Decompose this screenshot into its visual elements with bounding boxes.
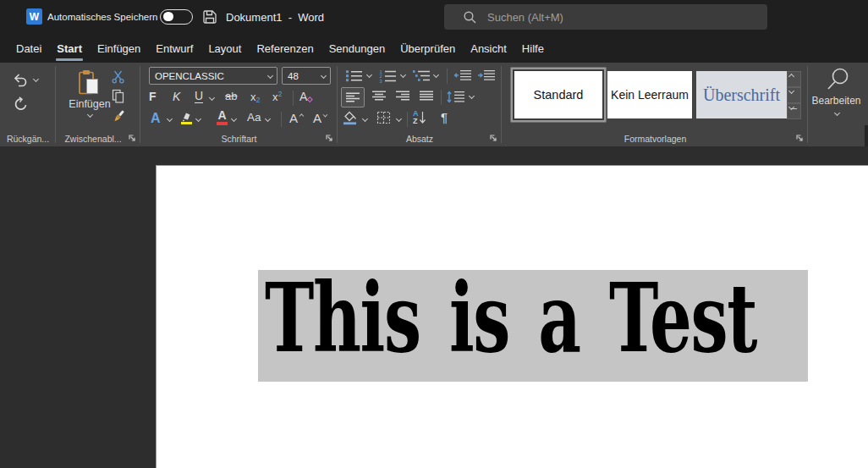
sort-button[interactable]: A Z: [413, 110, 426, 125]
style-kein-leerraum[interactable]: Kein Leerraum: [607, 71, 692, 118]
line-spacing-icon: [447, 91, 465, 103]
styles-group-label: Formatvorlagen: [503, 134, 808, 144]
superscript-button[interactable]: x2: [272, 90, 283, 104]
multilevel-list-chevron[interactable]: [432, 72, 439, 79]
numbered-list-button[interactable]: 1 2 3: [379, 69, 397, 83]
document-page[interactable]: This is a Test: [156, 165, 868, 468]
save-icon[interactable]: [202, 9, 217, 25]
bullet-list-button[interactable]: [345, 69, 363, 82]
autosave-toggle[interactable]: [160, 9, 193, 25]
paragraph-dialog-launcher[interactable]: [488, 133, 497, 142]
find-icon: [825, 68, 850, 91]
text-effects-button[interactable]: A: [151, 111, 161, 126]
multilevel-list-button[interactable]: [412, 69, 431, 82]
shading-chevron[interactable]: [361, 116, 368, 123]
align-center-button[interactable]: [372, 91, 387, 102]
numbered-list-chevron[interactable]: [399, 72, 406, 79]
tab-layout[interactable]: Layout: [201, 34, 249, 63]
autosave-label: Automatisches Speichern: [47, 0, 157, 34]
font-name-combobox[interactable]: OPENCLASSIC: [149, 67, 277, 85]
paste-button[interactable]: [78, 69, 101, 96]
font-color-button[interactable]: A: [217, 110, 228, 125]
change-case-button[interactable]: Aa: [247, 111, 261, 124]
word-logo-icon[interactable]: W: [26, 8, 42, 25]
borders-button[interactable]: [376, 111, 391, 124]
paste-dropdown-chevron[interactable]: [86, 112, 93, 118]
highlight-button[interactable]: [179, 111, 194, 124]
font-size-combobox[interactable]: 48: [282, 67, 331, 85]
tab-referenzen[interactable]: Referenzen: [249, 34, 321, 63]
undo-dropdown-chevron[interactable]: [32, 76, 39, 83]
search-input[interactable]: Suchen (Alt+M): [444, 4, 767, 30]
line-spacing-chevron[interactable]: [468, 93, 475, 100]
bullet-list-chevron[interactable]: [365, 72, 372, 79]
italic-button[interactable]: K: [173, 90, 180, 103]
align-right-button[interactable]: [396, 91, 410, 102]
tab-datei[interactable]: Datei: [8, 34, 49, 63]
tab-einfuegen[interactable]: Einfügen: [90, 34, 148, 63]
format-painter-button[interactable]: [111, 109, 126, 124]
styles-scroll-down[interactable]: [787, 87, 801, 103]
align-right-icon: [396, 91, 410, 102]
editing-chevron[interactable]: [833, 110, 840, 117]
style-standard[interactable]: Standard: [514, 71, 602, 118]
styles-scroll-up[interactable]: [787, 71, 801, 87]
justify-icon: [420, 91, 434, 102]
sort-arrow: [419, 111, 426, 124]
change-case-chevron[interactable]: [264, 116, 271, 123]
text-effects-chevron[interactable]: [166, 116, 173, 123]
font-color-chevron[interactable]: [230, 116, 237, 123]
tab-entwurf[interactable]: Entwurf: [148, 34, 201, 63]
font-size-chevron[interactable]: [320, 73, 327, 80]
tab-ansicht[interactable]: Ansicht: [463, 34, 514, 63]
tab-hilfe[interactable]: Hilfe: [514, 34, 552, 63]
document-title: Dokument1 - Word: [226, 0, 324, 34]
align-left-button[interactable]: [341, 87, 365, 107]
style-ueberschrift[interactable]: Überschrift: [696, 71, 787, 118]
cut-button[interactable]: [112, 70, 124, 84]
increase-indent-button[interactable]: [477, 69, 496, 82]
tab-sendungen[interactable]: Sendungen: [321, 34, 393, 63]
decrease-indent-button[interactable]: [453, 69, 472, 82]
subscript-button[interactable]: x2: [250, 90, 261, 104]
borders-icon: [376, 111, 391, 124]
justify-button[interactable]: [420, 91, 434, 102]
search-placeholder: Suchen (Alt+M): [487, 11, 563, 24]
underline-chevron[interactable]: [208, 95, 215, 102]
text-selection-highlight[interactable]: This is a Test: [258, 270, 808, 382]
editing-label[interactable]: Bearbeiten: [808, 95, 865, 107]
font-name-chevron[interactable]: [266, 73, 273, 80]
editing-group: Bearbeiten: [808, 63, 865, 146]
undo-button[interactable]: [12, 73, 30, 87]
clear-formatting-button[interactable]: A: [299, 90, 312, 103]
bold-button[interactable]: F: [149, 90, 157, 103]
bullet-list-icon: [345, 69, 363, 82]
grow-font-button[interactable]: A: [289, 111, 305, 125]
redo-button[interactable]: [14, 96, 29, 112]
borders-chevron[interactable]: [395, 116, 402, 123]
undo-group: Rückgän...: [0, 63, 56, 146]
styles-dialog-launcher[interactable]: [794, 133, 804, 142]
tab-start[interactable]: Start: [49, 34, 90, 63]
tab-ueberpruefen[interactable]: Überprüfen: [393, 34, 463, 63]
line-spacing-button[interactable]: [447, 91, 465, 103]
clipboard-dialog-launcher[interactable]: [127, 133, 136, 142]
format-painter-icon: [111, 109, 126, 124]
shrink-font-button[interactable]: A: [313, 111, 328, 125]
highlight-icon: [179, 111, 194, 124]
highlight-chevron[interactable]: [195, 116, 201, 123]
document-text[interactable]: This is a Test: [265, 271, 756, 366]
clear-formatting-eraser: [307, 96, 312, 102]
font-group-label: Schriftart: [140, 134, 338, 144]
copy-button[interactable]: [112, 89, 124, 103]
pilcrow-button[interactable]: ¶: [441, 110, 448, 124]
find-button[interactable]: [825, 68, 850, 91]
clipboard-group: Einfügen: [56, 63, 140, 146]
strikethrough-button[interactable]: ab: [225, 90, 237, 102]
styles-group: Standard Kein Leerraum Überschrift Forma…: [503, 63, 808, 146]
align-center-icon: [372, 91, 387, 102]
styles-gallery-expand[interactable]: [787, 103, 801, 119]
shading-button[interactable]: [342, 111, 359, 125]
underline-button[interactable]: U: [195, 90, 203, 103]
font-dialog-launcher[interactable]: [324, 133, 333, 142]
